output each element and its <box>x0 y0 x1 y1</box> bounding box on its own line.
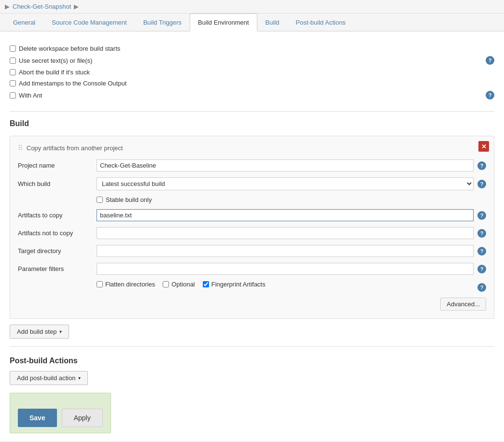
breadcrumb-arrow2: ▶ <box>74 3 79 10</box>
project-name-input[interactable] <box>97 159 474 171</box>
advanced-row: Advanced... <box>18 298 486 311</box>
help-icon-target-directory[interactable]: ? <box>477 247 486 256</box>
checkbox-with-ant-row: With Ant ? <box>10 89 494 101</box>
checkbox-delete-workspace-label[interactable]: Delete workspace before build starts <box>19 45 120 52</box>
parameter-filters-input[interactable] <box>97 263 474 275</box>
fingerprint-option: Fingerprint Artifacts <box>203 281 266 288</box>
save-button[interactable]: Save <box>18 409 57 427</box>
add-post-build-label: Add post-build action <box>17 374 75 382</box>
apply-button[interactable]: Apply <box>62 409 103 427</box>
checkbox-abort-stuck-row: Abort the build if it's stuck <box>10 67 494 78</box>
checkbox-abort-stuck-label[interactable]: Abort the build if it's stuck <box>19 69 90 76</box>
parameter-filters-label: Parameter filters <box>18 265 93 272</box>
checkbox-flatten-directories[interactable] <box>97 281 103 287</box>
help-icon-project-name[interactable]: ? <box>477 161 486 170</box>
checkbox-secret-text[interactable] <box>10 57 16 64</box>
post-build-title: Post-build Actions <box>10 356 494 365</box>
card-close-button[interactable]: ✕ <box>478 141 489 152</box>
project-name-label: Project name <box>18 162 93 169</box>
help-icon-parameter-filters[interactable]: ? <box>477 265 486 273</box>
project-name-row: Project name ? <box>18 159 486 171</box>
optional-label[interactable]: Optional <box>171 281 195 288</box>
add-build-step-button[interactable]: Add build step ▾ <box>10 325 69 339</box>
checkbox-stable-build[interactable] <box>97 197 103 203</box>
tab-build[interactable]: Build <box>257 14 288 31</box>
stable-build-label[interactable]: Stable build only <box>106 196 152 203</box>
which-build-row: Which build Latest successful build Late… <box>18 177 486 190</box>
artifacts-to-copy-label: Artifacts to copy <box>18 212 93 219</box>
help-icon-secret-text[interactable]: ? <box>486 56 494 65</box>
stable-build-row: Stable build only <box>97 196 486 203</box>
build-environment-section: Delete workspace before build starts Use… <box>10 39 494 105</box>
help-icon-artifacts-to-copy[interactable]: ? <box>477 211 486 220</box>
checkbox-timestamps[interactable] <box>10 80 16 86</box>
breadcrumb-project[interactable]: Check-Get-Snapshot <box>13 3 71 10</box>
checkbox-timestamps-label[interactable]: Add timestamps to the Console Output <box>19 80 126 87</box>
checkbox-optional[interactable] <box>163 281 169 287</box>
help-icon-artifacts-not-to-copy[interactable]: ? <box>477 229 486 238</box>
checkbox-with-ant-label[interactable]: With Ant <box>19 92 42 99</box>
artifacts-to-copy-input[interactable] <box>97 209 474 221</box>
top-bar: ▶ Check-Get-Snapshot ▶ <box>0 0 504 14</box>
tab-source-code[interactable]: Source Code Management <box>43 14 135 31</box>
breadcrumb-arrow: ▶ <box>5 3 10 10</box>
checkbox-timestamps-row: Add timestamps to the Console Output <box>10 78 494 89</box>
add-build-step-dropdown-icon: ▾ <box>59 329 62 334</box>
tab-build-environment[interactable]: Build Environment <box>190 14 257 31</box>
checkbox-fingerprint-artifacts[interactable] <box>203 281 209 287</box>
help-icon-with-ant[interactable]: ? <box>486 91 494 100</box>
drag-handle-icon: ⠿ <box>18 144 23 152</box>
help-icon-checkboxes[interactable]: ? <box>477 283 486 292</box>
checkbox-abort-stuck[interactable] <box>10 69 16 75</box>
checkbox-delete-workspace-row: Delete workspace before build starts <box>10 43 494 54</box>
target-directory-label: Target directory <box>18 247 93 255</box>
target-directory-input[interactable] <box>97 245 474 257</box>
checkbox-secret-text-label[interactable]: Use secret text(s) or file(s) <box>19 57 92 64</box>
flatten-directories-label[interactable]: Flatten directories <box>105 281 155 288</box>
bottom-checkboxes-row: Flatten directories Optional Fingerprint… <box>97 281 266 288</box>
add-build-step-label: Add build step <box>17 328 56 335</box>
artifacts-not-to-copy-label: Artifacts not to copy <box>18 229 93 237</box>
content-area: Delete workspace before build starts Use… <box>0 31 504 441</box>
optional-option: Optional <box>163 281 195 288</box>
which-build-select[interactable]: Latest successful build Latest build Spe… <box>97 177 474 190</box>
checkbox-secret-text-row: Use secret text(s) or file(s) ? <box>10 54 494 67</box>
help-icon-which-build[interactable]: ? <box>477 180 486 188</box>
build-section-title: Build <box>10 119 494 130</box>
add-post-build-action-button[interactable]: Add post-build action ▾ <box>10 371 88 385</box>
parameter-filters-row: Parameter filters ? <box>18 263 486 275</box>
checkbox-with-ant[interactable] <box>10 92 16 99</box>
target-directory-row: Target directory ? <box>18 245 486 257</box>
tab-build-triggers[interactable]: Build Triggers <box>135 14 190 31</box>
artifacts-to-copy-row: Artifacts to copy ? <box>18 209 486 221</box>
card-header: ⠿ Copy artifacts from another project <box>18 144 486 152</box>
bottom-actions-box: Save Apply <box>10 393 111 433</box>
tabs-bar: General Source Code Management Build Tri… <box>0 14 504 31</box>
add-post-build-dropdown-icon: ▾ <box>78 375 81 381</box>
artifacts-not-to-copy-row: Artifacts not to copy ? <box>18 227 486 239</box>
bottom-actions: Save Apply <box>18 409 103 427</box>
card-title: Copy artifacts from another project <box>27 144 123 152</box>
fingerprint-artifacts-label[interactable]: Fingerprint Artifacts <box>211 281 266 288</box>
which-build-label: Which build <box>18 180 93 187</box>
advanced-button[interactable]: Advanced... <box>440 298 486 311</box>
tab-general[interactable]: General <box>5 14 43 31</box>
checkbox-delete-workspace[interactable] <box>10 45 16 52</box>
tab-post-build[interactable]: Post-build Actions <box>288 14 354 31</box>
artifacts-not-to-copy-input[interactable] <box>97 227 474 239</box>
build-card: ⠿ Copy artifacts from another project ✕ … <box>10 136 494 319</box>
flatten-directories-option: Flatten directories <box>97 281 155 288</box>
